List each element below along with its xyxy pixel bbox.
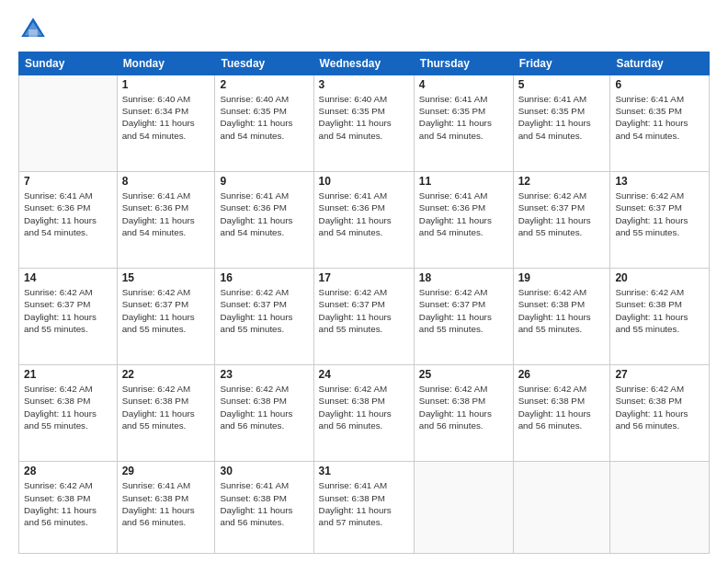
day-number: 10 <box>319 175 409 188</box>
day-cell: 11Sunrise: 6:41 AM Sunset: 6:36 PM Dayli… <box>414 172 513 269</box>
day-cell: 5Sunrise: 6:41 AM Sunset: 6:35 PM Daylig… <box>513 75 610 172</box>
svg-rect-2 <box>28 29 38 37</box>
day-cell: 28Sunrise: 6:42 AM Sunset: 6:38 PM Dayli… <box>19 462 118 554</box>
day-cell: 19Sunrise: 6:42 AM Sunset: 6:38 PM Dayli… <box>513 269 610 365</box>
day-cell: 14Sunrise: 6:42 AM Sunset: 6:37 PM Dayli… <box>19 269 118 365</box>
calendar-header-row: SundayMondayTuesdayWednesdayThursdayFrid… <box>19 52 710 75</box>
day-cell: 23Sunrise: 6:42 AM Sunset: 6:38 PM Dayli… <box>215 365 313 462</box>
day-number: 20 <box>615 271 704 284</box>
week-row-5: 28Sunrise: 6:42 AM Sunset: 6:38 PM Dayli… <box>19 462 710 554</box>
col-header-wednesday: Wednesday <box>313 52 414 75</box>
week-row-4: 21Sunrise: 6:42 AM Sunset: 6:38 PM Dayli… <box>19 365 710 462</box>
day-number: 18 <box>419 271 508 284</box>
calendar: SundayMondayTuesdayWednesdayThursdayFrid… <box>18 52 710 554</box>
day-number: 17 <box>319 271 409 284</box>
week-row-1: 1Sunrise: 6:40 AM Sunset: 6:34 PM Daylig… <box>19 75 710 172</box>
col-header-friday: Friday <box>513 52 610 75</box>
day-cell <box>19 75 118 172</box>
day-info: Sunrise: 6:42 AM Sunset: 6:38 PM Dayligh… <box>419 383 508 431</box>
day-cell: 8Sunrise: 6:41 AM Sunset: 6:36 PM Daylig… <box>117 172 215 269</box>
day-number: 22 <box>122 368 210 381</box>
day-cell <box>610 462 710 554</box>
day-number: 29 <box>122 465 210 477</box>
day-cell: 4Sunrise: 6:41 AM Sunset: 6:35 PM Daylig… <box>414 75 513 172</box>
day-cell: 10Sunrise: 6:41 AM Sunset: 6:36 PM Dayli… <box>313 172 414 269</box>
day-info: Sunrise: 6:42 AM Sunset: 6:37 PM Dayligh… <box>518 190 606 238</box>
day-info: Sunrise: 6:42 AM Sunset: 6:37 PM Dayligh… <box>24 286 112 335</box>
day-cell: 6Sunrise: 6:41 AM Sunset: 6:35 PM Daylig… <box>610 75 710 172</box>
day-info: Sunrise: 6:42 AM Sunset: 6:37 PM Dayligh… <box>122 286 210 335</box>
day-cell: 12Sunrise: 6:42 AM Sunset: 6:37 PM Dayli… <box>513 172 610 269</box>
day-number: 6 <box>615 78 704 91</box>
day-info: Sunrise: 6:42 AM Sunset: 6:38 PM Dayligh… <box>615 383 704 431</box>
day-info: Sunrise: 6:41 AM Sunset: 6:35 PM Dayligh… <box>518 93 606 142</box>
day-cell: 24Sunrise: 6:42 AM Sunset: 6:38 PM Dayli… <box>313 365 414 462</box>
day-number: 31 <box>319 465 409 477</box>
day-info: Sunrise: 6:41 AM Sunset: 6:36 PM Dayligh… <box>419 190 508 238</box>
day-info: Sunrise: 6:41 AM Sunset: 6:38 PM Dayligh… <box>122 479 210 528</box>
day-info: Sunrise: 6:42 AM Sunset: 6:38 PM Dayligh… <box>24 383 112 431</box>
day-cell <box>414 462 513 554</box>
day-info: Sunrise: 6:40 AM Sunset: 6:35 PM Dayligh… <box>319 93 409 142</box>
day-info: Sunrise: 6:42 AM Sunset: 6:38 PM Dayligh… <box>615 286 704 335</box>
day-number: 12 <box>518 175 606 188</box>
day-number: 14 <box>24 271 112 284</box>
day-info: Sunrise: 6:41 AM Sunset: 6:35 PM Dayligh… <box>419 93 508 142</box>
day-number: 13 <box>615 175 704 188</box>
day-number: 11 <box>419 175 508 188</box>
day-number: 23 <box>220 368 308 381</box>
day-number: 4 <box>419 78 508 91</box>
day-info: Sunrise: 6:41 AM Sunset: 6:36 PM Dayligh… <box>24 190 112 238</box>
day-cell: 26Sunrise: 6:42 AM Sunset: 6:38 PM Dayli… <box>513 365 610 462</box>
day-number: 24 <box>319 368 409 381</box>
day-cell: 20Sunrise: 6:42 AM Sunset: 6:38 PM Dayli… <box>610 269 710 365</box>
day-info: Sunrise: 6:42 AM Sunset: 6:37 PM Dayligh… <box>319 286 409 335</box>
day-info: Sunrise: 6:42 AM Sunset: 6:38 PM Dayligh… <box>518 383 606 431</box>
day-cell: 22Sunrise: 6:42 AM Sunset: 6:38 PM Dayli… <box>117 365 215 462</box>
day-number: 19 <box>518 271 606 284</box>
day-cell: 30Sunrise: 6:41 AM Sunset: 6:38 PM Dayli… <box>215 462 313 554</box>
col-header-sunday: Sunday <box>19 52 118 75</box>
day-info: Sunrise: 6:41 AM Sunset: 6:38 PM Dayligh… <box>319 479 409 528</box>
day-info: Sunrise: 6:41 AM Sunset: 6:38 PM Dayligh… <box>220 479 308 528</box>
day-info: Sunrise: 6:42 AM Sunset: 6:38 PM Dayligh… <box>220 383 308 431</box>
week-row-2: 7Sunrise: 6:41 AM Sunset: 6:36 PM Daylig… <box>19 172 710 269</box>
day-info: Sunrise: 6:42 AM Sunset: 6:38 PM Dayligh… <box>319 383 409 431</box>
col-header-tuesday: Tuesday <box>215 52 313 75</box>
day-info: Sunrise: 6:40 AM Sunset: 6:34 PM Dayligh… <box>122 93 210 142</box>
col-header-thursday: Thursday <box>414 52 513 75</box>
day-cell: 1Sunrise: 6:40 AM Sunset: 6:34 PM Daylig… <box>117 75 215 172</box>
day-number: 27 <box>615 368 704 381</box>
day-number: 3 <box>319 78 409 91</box>
day-info: Sunrise: 6:42 AM Sunset: 6:37 PM Dayligh… <box>615 190 704 238</box>
logo <box>18 15 53 44</box>
day-cell: 16Sunrise: 6:42 AM Sunset: 6:37 PM Dayli… <box>215 269 313 365</box>
day-cell: 15Sunrise: 6:42 AM Sunset: 6:37 PM Dayli… <box>117 269 215 365</box>
day-number: 8 <box>122 175 210 188</box>
day-number: 9 <box>220 175 308 188</box>
day-info: Sunrise: 6:41 AM Sunset: 6:35 PM Dayligh… <box>615 93 704 142</box>
day-cell: 3Sunrise: 6:40 AM Sunset: 6:35 PM Daylig… <box>313 75 414 172</box>
day-number: 2 <box>220 78 308 91</box>
day-info: Sunrise: 6:41 AM Sunset: 6:36 PM Dayligh… <box>122 190 210 238</box>
day-info: Sunrise: 6:42 AM Sunset: 6:37 PM Dayligh… <box>419 286 508 335</box>
day-cell: 29Sunrise: 6:41 AM Sunset: 6:38 PM Dayli… <box>117 462 215 554</box>
day-number: 1 <box>122 78 210 91</box>
day-cell: 7Sunrise: 6:41 AM Sunset: 6:36 PM Daylig… <box>19 172 118 269</box>
logo-icon <box>18 15 48 44</box>
day-number: 15 <box>122 271 210 284</box>
day-info: Sunrise: 6:40 AM Sunset: 6:35 PM Dayligh… <box>220 93 308 142</box>
day-number: 26 <box>518 368 606 381</box>
day-info: Sunrise: 6:42 AM Sunset: 6:37 PM Dayligh… <box>220 286 308 335</box>
day-number: 25 <box>419 368 508 381</box>
day-cell: 25Sunrise: 6:42 AM Sunset: 6:38 PM Dayli… <box>414 365 513 462</box>
day-number: 21 <box>24 368 112 381</box>
day-info: Sunrise: 6:42 AM Sunset: 6:38 PM Dayligh… <box>518 286 606 335</box>
col-header-saturday: Saturday <box>610 52 710 75</box>
col-header-monday: Monday <box>117 52 215 75</box>
day-info: Sunrise: 6:42 AM Sunset: 6:38 PM Dayligh… <box>24 479 112 528</box>
day-cell: 31Sunrise: 6:41 AM Sunset: 6:38 PM Dayli… <box>313 462 414 554</box>
page: SundayMondayTuesdayWednesdayThursdayFrid… <box>0 0 728 563</box>
day-cell: 17Sunrise: 6:42 AM Sunset: 6:37 PM Dayli… <box>313 269 414 365</box>
day-info: Sunrise: 6:42 AM Sunset: 6:38 PM Dayligh… <box>122 383 210 431</box>
